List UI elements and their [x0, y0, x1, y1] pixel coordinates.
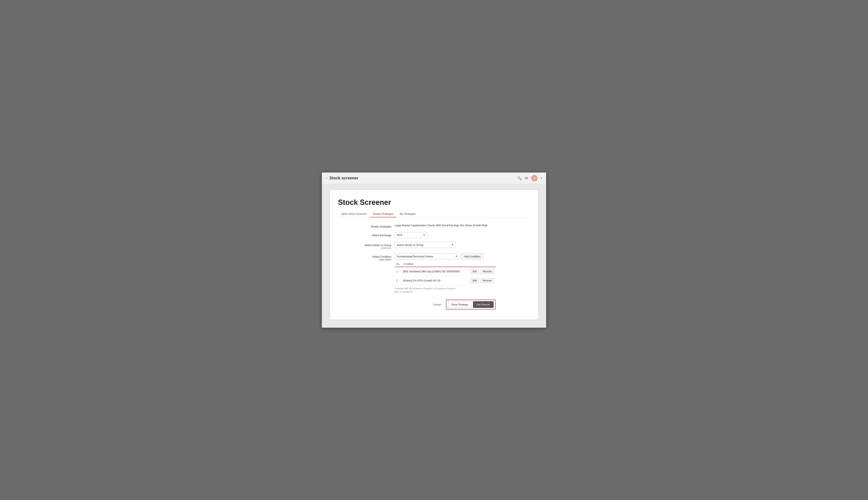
conditions-table: No. Condition 1 [Rpt. Numbers] Mkt Cap (… [395, 261, 495, 285]
remove-button-2[interactable]: Remove [480, 278, 494, 283]
conditions-container: No. Condition 1 [Rpt. Numbers] Mkt Cap (… [395, 261, 495, 294]
bottom-actions: Cancel Save Strategy Get Results [354, 299, 495, 309]
form-section: Ready Strategies Large Market Capitalisa… [354, 224, 495, 309]
remove-button-1[interactable]: Remove [480, 269, 494, 274]
condition-no-1: 1 [395, 267, 402, 276]
header-left: ‹ Stock screener [326, 176, 358, 180]
ready-strategies-label: Ready Strategies [354, 224, 395, 228]
edit-button-2[interactable]: Edit [470, 278, 479, 283]
content-area: Stock Screener Quick Stock Screener Read… [322, 184, 546, 328]
select-exchange-row: Select Exchange SGX NYSE NASDAQ LSE ▼ [354, 232, 495, 238]
sector-select-wrapper: Select Sector or Group Technology Financ… [395, 242, 455, 248]
tabs-container: Quick Stock Screener Ready Strategies My… [338, 211, 530, 217]
condition-note-line1: Condition NB. GE=Greater or Equal to, LE… [395, 287, 456, 290]
exchange-select[interactable]: SGX NYSE NASDAQ LSE [395, 232, 427, 238]
select-exchange-label: Select Exchange [354, 232, 395, 237]
search-icon[interactable]: 🔍 [517, 176, 522, 180]
back-button[interactable]: ‹ [326, 177, 327, 180]
page-title: Stock Screener [338, 198, 530, 207]
header-right: 🔍 ✉ A ▾ [517, 175, 542, 181]
main-card: Stock Screener Quick Stock Screener Read… [330, 190, 538, 320]
condition-text-1: [Rpt. Numbers] Mkt Cap (US$m) GE 3000000… [402, 267, 466, 276]
tab-quick-stock-screener[interactable]: Quick Stock Screener [338, 211, 370, 217]
get-results-button[interactable]: Get Results [473, 301, 494, 308]
ready-strategy-text: Large Market Capitalisation Stocks With … [395, 222, 488, 227]
mail-icon[interactable]: ✉ [525, 176, 528, 180]
select-condition-label: Select Condition Learn More [354, 253, 395, 261]
condition-text-2: [Ratios] 5Yr EPS Growth GE 10 [402, 276, 466, 285]
sector-select[interactable]: Select Sector or Group Technology Financ… [395, 242, 455, 248]
condition-select[interactable]: Fundamental/Technical Criteria Price Vol… [395, 253, 459, 259]
tab-my-strategies[interactable]: My Strategies [397, 211, 419, 217]
edit-button-1[interactable]: Edit [470, 269, 479, 274]
condition-actions-2: Edit Remove [466, 276, 495, 285]
browser-header: ‹ Stock screener 🔍 ✉ A ▾ [322, 172, 546, 184]
header-title: Stock screener [329, 176, 358, 180]
table-header-no: No. [395, 261, 402, 267]
ready-strategies-row: Ready Strategies Large Market Capitalisa… [354, 224, 495, 228]
condition-select-wrapper: Fundamental/Technical Criteria Price Vol… [395, 253, 459, 259]
avatar[interactable]: A [531, 175, 538, 181]
select-condition-row: Select Condition Learn More Fundamental/… [354, 253, 495, 294]
condition-note-line2: Max. 5 Conditions [395, 291, 412, 293]
exchange-select-wrapper: SGX NYSE NASDAQ LSE ▼ [395, 232, 427, 238]
condition-input-row: Fundamental/Technical Criteria Price Vol… [395, 253, 495, 259]
highlighted-action-group: Save Strategy Get Results [446, 299, 495, 309]
save-strategy-button[interactable]: Save Strategy [448, 301, 471, 308]
condition-no-2: 2 [395, 276, 402, 285]
add-condition-button[interactable]: Add Condition [461, 253, 483, 259]
sector-control: Select Sector or Group Technology Financ… [395, 242, 495, 248]
condition-control: Fundamental/Technical Criteria Price Vol… [395, 253, 495, 294]
tab-ready-strategies[interactable]: Ready Strategies [370, 211, 397, 217]
sector-optional-label: (Optional) [354, 247, 391, 250]
condition-note: Condition NB. GE=Greater or Equal to, LE… [395, 287, 495, 294]
select-sector-row: Select Sector or Group (Optional) Select… [354, 242, 495, 250]
table-row: 2 [Ratios] 5Yr EPS Growth GE 10 Edit Rem… [395, 276, 495, 285]
select-sector-label: Select Sector or Group (Optional) [354, 242, 395, 250]
condition-actions-1: Edit Remove [466, 267, 495, 276]
browser-window: ‹ Stock screener 🔍 ✉ A ▾ Stock Screener … [322, 172, 546, 328]
ready-strategies-value: Large Market Capitalisation Stocks With … [395, 224, 495, 227]
cancel-button[interactable]: Cancel [430, 302, 444, 308]
chevron-down-icon[interactable]: ▾ [541, 177, 542, 180]
exchange-control: SGX NYSE NASDAQ LSE ▼ [395, 232, 495, 238]
learn-more-link[interactable]: Learn More [354, 258, 391, 261]
table-row: 1 [Rpt. Numbers] Mkt Cap (US$m) GE 30000… [395, 267, 495, 276]
table-header-condition: Condition [402, 261, 466, 267]
